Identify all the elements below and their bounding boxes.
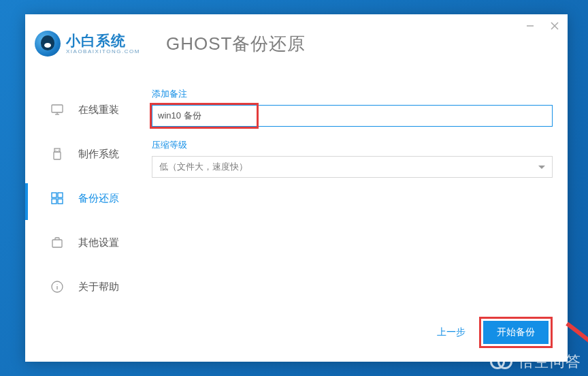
sidebar: 在线重装 制作系统 备份还原 其他设置: [25, 63, 152, 358]
chevron-down-icon: [538, 166, 545, 169]
svg-rect-6: [54, 148, 60, 152]
svg-rect-3: [52, 105, 63, 112]
watermark: 悟空问答: [490, 351, 581, 372]
sidebar-item-label: 备份还原: [78, 192, 119, 205]
svg-rect-7: [54, 152, 61, 159]
footer-actions: 上一步 开始备份: [433, 317, 553, 348]
sidebar-item-label: 其他设置: [78, 236, 119, 249]
main-panel: 添加备注 压缩等级 低（文件大，速度快）: [152, 63, 568, 358]
usb-icon: [51, 148, 63, 160]
svg-rect-12: [52, 199, 56, 204]
sidebar-item-label: 制作系统: [78, 148, 119, 161]
briefcase-icon: [51, 236, 63, 249]
compress-label: 压缩等级: [152, 139, 568, 151]
logo: 小白系统 XIAOBAIXITONG.COM: [35, 31, 140, 57]
active-indicator: [25, 183, 28, 220]
highlight-box: 开始备份: [479, 317, 553, 348]
grid-icon: [51, 192, 63, 204]
monitor-icon: [51, 104, 63, 116]
logo-subtitle: XIAOBAIXITONG.COM: [66, 49, 140, 54]
watermark-icon: [490, 352, 514, 371]
remark-input[interactable]: [152, 105, 553, 127]
sidebar-item-make-system[interactable]: 制作系统: [25, 135, 152, 173]
app-window: 小白系统 XIAOBAIXITONG.COM GHOST备份还原 在线重装 制作…: [25, 14, 568, 362]
page-title: GHOST备份还原: [166, 32, 306, 56]
sidebar-item-label: 关于帮助: [78, 281, 119, 294]
svg-rect-13: [58, 199, 63, 204]
compress-select[interactable]: 低（文件大，速度快）: [152, 156, 553, 178]
sidebar-item-about-help[interactable]: 关于帮助: [25, 268, 152, 306]
logo-title: 小白系统: [66, 33, 140, 48]
sidebar-item-online-reinstall[interactable]: 在线重装: [25, 91, 152, 129]
sidebar-item-backup-restore[interactable]: 备份还原: [25, 179, 152, 217]
window-controls: [525, 21, 559, 31]
svg-rect-11: [58, 193, 63, 198]
minimize-button[interactable]: [525, 21, 535, 31]
info-icon: [51, 281, 63, 293]
svg-rect-14: [52, 240, 62, 247]
svg-rect-10: [52, 193, 56, 198]
sidebar-item-other-settings[interactable]: 其他设置: [25, 223, 152, 262]
start-backup-button[interactable]: 开始备份: [483, 321, 549, 344]
header: 小白系统 XIAOBAIXITONG.COM GHOST备份还原: [25, 14, 568, 63]
compress-value: 低（文件大，速度快）: [159, 161, 248, 173]
close-button[interactable]: [550, 21, 559, 31]
prev-button[interactable]: 上一步: [433, 321, 470, 344]
sidebar-item-label: 在线重装: [78, 104, 119, 116]
remark-label: 添加备注: [152, 88, 568, 100]
watermark-text: 悟空问答: [519, 351, 581, 372]
logo-icon: [35, 31, 61, 57]
